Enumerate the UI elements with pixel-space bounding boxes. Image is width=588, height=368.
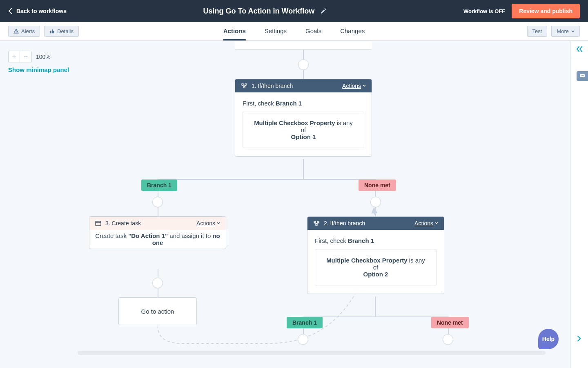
comment-icon xyxy=(579,74,585,79)
connector xyxy=(158,179,376,180)
workflow-title-group: Using Go To Action in Workflow xyxy=(203,7,327,16)
comments-button[interactable] xyxy=(577,71,588,81)
svg-point-2 xyxy=(582,75,583,76)
branch-icon xyxy=(313,220,320,226)
alerts-label: Alerts xyxy=(21,28,35,34)
task-title: 3. Create task xyxy=(105,220,141,227)
connector xyxy=(375,207,376,216)
branch-card-1[interactable]: 1. If/then branch Actions First, check B… xyxy=(235,79,372,157)
tab-changes[interactable]: Changes xyxy=(340,22,365,40)
connector xyxy=(303,316,448,317)
branch2-check-text: First, check Branch 1 xyxy=(315,237,437,244)
connector xyxy=(375,296,376,317)
workspace[interactable]: + − 100% Show minimap panel 1. If/then b… xyxy=(0,41,570,368)
connector xyxy=(158,207,158,216)
connector xyxy=(303,159,304,180)
titlebar: Back to workflows Using Go To Action in … xyxy=(0,0,588,22)
chevrons-left-icon xyxy=(576,46,583,52)
branch-tag-nonemet-right: None met xyxy=(359,180,396,191)
svg-point-1 xyxy=(581,75,582,76)
add-step-button[interactable] xyxy=(152,278,163,288)
workflow-canvas: 1. If/then branch Actions First, check B… xyxy=(0,41,570,368)
goto-label: Go to action xyxy=(141,308,174,315)
rail-next-button[interactable] xyxy=(570,335,588,342)
task-actions-label: Actions xyxy=(196,220,215,227)
collapse-rail-button[interactable] xyxy=(570,41,588,57)
caret-down-icon xyxy=(435,222,438,225)
branch2-actions-label: Actions xyxy=(414,220,433,227)
warning-icon xyxy=(13,29,19,34)
help-label: Help xyxy=(542,336,555,342)
chevron-right-icon xyxy=(577,335,581,342)
tab-goals[interactable]: Goals xyxy=(305,22,321,40)
branch1-title: 1. If/then branch xyxy=(252,83,293,89)
task-body: Create task "Do Action 1" and assign it … xyxy=(89,230,226,249)
pencil-icon[interactable] xyxy=(320,8,327,14)
branch1-actions-label: Actions xyxy=(342,83,361,89)
connector xyxy=(303,50,304,59)
horizontal-scrollbar[interactable] xyxy=(78,351,546,355)
connector xyxy=(158,288,158,297)
test-button[interactable]: Test xyxy=(527,26,548,37)
branch-icon xyxy=(241,83,247,89)
window-icon xyxy=(95,221,101,226)
caret-down-icon xyxy=(571,30,575,33)
right-rail xyxy=(570,41,588,368)
connector xyxy=(303,70,304,79)
tab-actions[interactable]: Actions xyxy=(223,22,246,40)
details-label: Details xyxy=(57,28,74,34)
branch1-condition: Multiple Checkbox Property is any of Opt… xyxy=(243,112,364,148)
tab-settings[interactable]: Settings xyxy=(265,22,287,40)
branch1-actions-menu[interactable]: Actions xyxy=(342,83,366,89)
test-label: Test xyxy=(532,28,542,34)
chevron-left-icon xyxy=(8,8,12,14)
branch-tag-branch1-left: Branch 1 xyxy=(141,180,177,191)
more-button[interactable]: More xyxy=(551,26,580,37)
create-task-card[interactable]: 3. Create task Actions Create task "Do A… xyxy=(89,216,226,249)
add-step-button[interactable] xyxy=(298,59,309,70)
thumbs-up-icon xyxy=(49,29,55,34)
svg-point-3 xyxy=(583,75,584,76)
help-button[interactable]: Help xyxy=(538,329,559,349)
goto-action-card[interactable]: Go to action xyxy=(118,297,197,325)
previous-card-stub xyxy=(235,41,372,50)
caret-down-icon xyxy=(217,222,220,225)
branch1-check-text: First, check Branch 1 xyxy=(243,100,364,107)
svg-rect-4 xyxy=(96,221,101,226)
caret-down-icon xyxy=(363,84,366,88)
add-step-button[interactable] xyxy=(152,197,163,207)
branch2-actions-menu[interactable]: Actions xyxy=(414,220,438,227)
more-label: More xyxy=(557,28,569,34)
titlebar-right: Workflow is OFF Review and publish xyxy=(463,4,580,18)
add-step-button[interactable] xyxy=(443,334,453,345)
task-actions-menu[interactable]: Actions xyxy=(196,220,220,227)
review-publish-button[interactable]: Review and publish xyxy=(512,4,580,18)
branch-tag-nonemet-bottom: None met xyxy=(431,317,469,328)
branch-tag-branch1-bottom: Branch 1 xyxy=(287,317,323,328)
branch2-condition: Multiple Checkbox Property is any of Opt… xyxy=(315,249,437,285)
back-to-workflows[interactable]: Back to workflows xyxy=(8,8,67,14)
workflow-status: Workflow is OFF xyxy=(463,8,505,14)
alerts-button[interactable]: Alerts xyxy=(8,26,40,37)
workflow-title: Using Go To Action in Workflow xyxy=(203,7,315,16)
add-step-button[interactable] xyxy=(370,197,381,207)
subbar: Alerts Details Actions Settings Goals Ch… xyxy=(0,22,588,41)
tabs: Actions Settings Goals Changes xyxy=(223,22,365,40)
details-button[interactable]: Details xyxy=(44,26,79,37)
connector xyxy=(158,269,158,278)
branch-card-2[interactable]: 2. If/then branch Actions First, check B… xyxy=(307,216,444,294)
branch2-title: 2. If/then branch xyxy=(324,220,365,227)
back-label: Back to workflows xyxy=(16,8,67,14)
add-step-button[interactable] xyxy=(298,334,308,345)
